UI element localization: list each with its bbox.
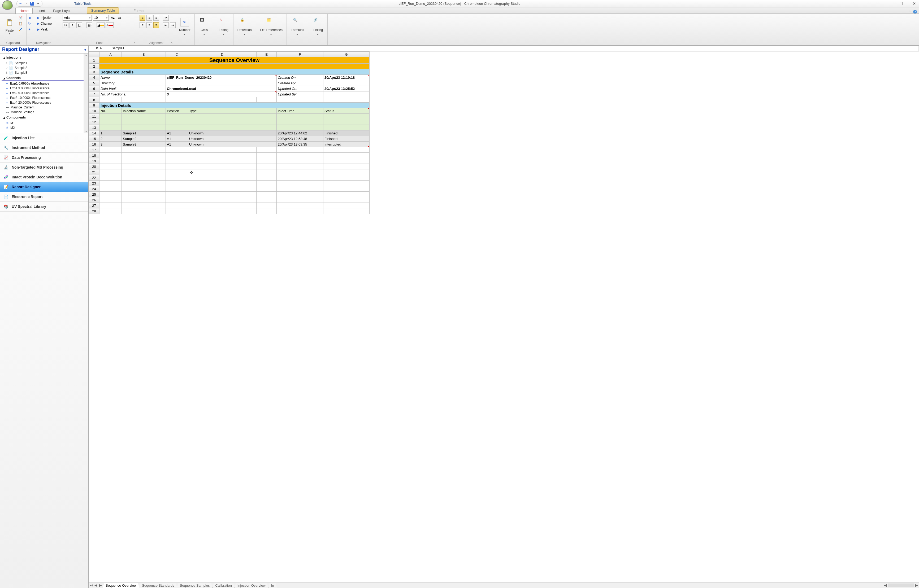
cell[interactable] — [166, 164, 188, 170]
cell[interactable] — [188, 175, 256, 181]
cell[interactable] — [99, 197, 122, 203]
cell[interactable] — [188, 153, 256, 158]
row-header[interactable]: 27 — [89, 203, 99, 208]
cell[interactable] — [277, 97, 323, 103]
cells-button[interactable]: 🔲Cells⏷ — [196, 15, 212, 39]
cell[interactable] — [99, 175, 122, 181]
cell[interactable] — [166, 181, 188, 186]
cell[interactable] — [256, 203, 277, 208]
cell[interactable]: Unknown — [188, 136, 277, 142]
cell[interactable] — [323, 114, 370, 119]
number-button[interactable]: %Number⏷ — [177, 15, 193, 39]
cell[interactable] — [99, 125, 122, 131]
save-icon[interactable] — [30, 2, 34, 6]
col-header[interactable]: G — [323, 52, 370, 57]
cell[interactable] — [166, 80, 277, 86]
cell[interactable] — [122, 125, 166, 131]
nav-item[interactable]: 🔧Instrument Method — [0, 143, 88, 153]
col-header[interactable]: C — [166, 52, 188, 57]
cell[interactable]: cIEF_Run_Demo_20230420 — [166, 75, 277, 80]
maximize-button[interactable]: ☐ — [898, 1, 905, 6]
cell[interactable] — [277, 186, 323, 192]
cell[interactable] — [166, 147, 188, 153]
row-header[interactable]: 5 — [89, 80, 99, 86]
cell[interactable] — [188, 147, 256, 153]
cell[interactable] — [323, 208, 370, 214]
cell[interactable] — [99, 147, 122, 153]
cell[interactable] — [122, 153, 166, 158]
cell[interactable]: Injection Name — [122, 108, 166, 114]
cell[interactable] — [277, 147, 323, 153]
cell[interactable]: 20/Apr/23 12:44:02 — [277, 131, 323, 136]
nav-item[interactable]: 🧪Injection List — [0, 133, 88, 143]
sheet-nav-prev-icon[interactable]: ◀ — [93, 583, 98, 587]
cell[interactable] — [277, 208, 323, 214]
cell[interactable]: Created By: — [277, 80, 323, 86]
align-top-icon[interactable]: ≡ — [139, 15, 145, 21]
row-header[interactable]: 21 — [89, 170, 99, 175]
tree-scrollbar[interactable]: ▴▾ — [84, 53, 88, 133]
undo-icon[interactable]: ↶ — [19, 2, 22, 6]
nav-item[interactable]: 📄Electronic Report — [0, 192, 88, 202]
cell[interactable] — [277, 192, 323, 197]
increase-indent-icon[interactable]: ⇥ — [170, 22, 176, 28]
row-header[interactable]: 14 — [89, 131, 99, 136]
cell[interactable]: A1 — [166, 142, 188, 147]
tree-item-channel[interactable]: ⩙Exp3 10.0000s Fluorescence — [0, 95, 88, 100]
cell[interactable] — [166, 97, 188, 103]
cell[interactable] — [166, 197, 188, 203]
cell[interactable]: 20/Apr/23 12:53:48 — [277, 136, 323, 142]
col-header[interactable]: E — [256, 52, 277, 57]
minimize-button[interactable]: — — [885, 1, 892, 6]
cell[interactable] — [122, 197, 166, 203]
cell[interactable] — [99, 164, 122, 170]
hscroll-right-icon[interactable]: ▶ — [914, 583, 919, 587]
row-header[interactable]: 6 — [89, 86, 99, 92]
cell[interactable] — [323, 186, 370, 192]
select-all-corner[interactable] — [89, 52, 99, 57]
cell[interactable] — [99, 64, 370, 69]
cell[interactable] — [122, 186, 166, 192]
cell[interactable]: Unknown — [188, 131, 277, 136]
align-right-icon[interactable]: ≡ — [153, 22, 159, 28]
cell[interactable] — [256, 181, 277, 186]
sheet-tab[interactable]: In — [268, 583, 277, 588]
cell[interactable] — [323, 197, 370, 203]
cell[interactable] — [256, 186, 277, 192]
cell[interactable]: Sample3 — [122, 142, 166, 147]
font-size-combo[interactable]: 10▾ — [93, 15, 109, 21]
cell[interactable] — [323, 192, 370, 197]
cell[interactable]: Name: — [99, 75, 166, 80]
app-icon[interactable] — [2, 0, 13, 10]
cell[interactable] — [256, 192, 277, 197]
cell[interactable] — [277, 164, 323, 170]
row-header[interactable]: 13 — [89, 125, 99, 131]
bold-button[interactable]: B — [63, 22, 68, 28]
cell[interactable]: Sequence Details — [99, 69, 370, 75]
cell[interactable]: Status — [323, 108, 370, 114]
cell[interactable] — [99, 158, 122, 164]
hscroll-left-icon[interactable]: ◀ — [883, 583, 888, 587]
cell[interactable] — [122, 147, 166, 153]
cell[interactable] — [188, 208, 256, 214]
cell[interactable] — [277, 125, 323, 131]
panel-collapse-icon[interactable]: « — [84, 47, 86, 52]
sheet-tab[interactable]: Injection Overview — [235, 583, 269, 588]
cell[interactable] — [166, 203, 188, 208]
cell[interactable]: A1 — [166, 131, 188, 136]
tree-item-channel[interactable]: 〰️Maurice_Voltage — [0, 110, 88, 115]
cell[interactable] — [166, 153, 188, 158]
tree-item-injection[interactable]: 1📄Sample1 — [0, 61, 88, 65]
borders-button[interactable]: ▦▾ — [86, 22, 92, 28]
qa-dropdown-icon[interactable]: ⏷ — [37, 2, 39, 5]
nav-peak-button[interactable]: ▶Peak — [37, 27, 52, 31]
tree-section-components[interactable]: ◢Components — [2, 115, 87, 120]
font-name-combo[interactable]: Arial▾ — [63, 15, 92, 21]
cell-reference-box[interactable]: B14 — [89, 45, 109, 51]
cell[interactable]: No. — [99, 108, 122, 114]
cell[interactable]: Unknown — [188, 142, 277, 147]
cell[interactable] — [166, 125, 188, 131]
tab-format[interactable]: Format — [130, 8, 148, 13]
cell[interactable]: Type — [188, 108, 277, 114]
cell[interactable]: 2 — [99, 136, 122, 142]
